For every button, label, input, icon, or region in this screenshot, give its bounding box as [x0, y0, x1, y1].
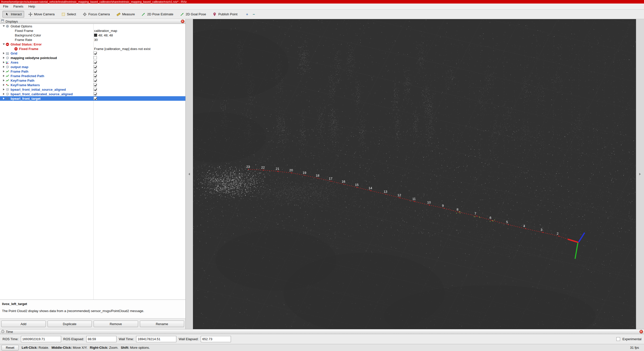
- tool-2d-pose-estimate[interactable]: 2D Pose Estimate: [139, 11, 176, 18]
- mouse-hints: Left-Click: Rotate. Middle-Click: Move X…: [22, 346, 151, 349]
- row-label: Global Status: Error: [11, 42, 42, 46]
- visibility-checkbox[interactable]: [94, 83, 97, 86]
- menu-panels[interactable]: Panels: [11, 4, 26, 9]
- expand-toggle-icon[interactable]: [2, 97, 6, 99]
- add-display-button[interactable]: Add: [1, 321, 46, 327]
- hint-action: Zoom.: [108, 346, 119, 349]
- tree-row-global-status-error[interactable]: Global Status: Error: [0, 42, 185, 46]
- tool-label: Move Camera: [34, 12, 55, 16]
- visibility-checkbox[interactable]: [94, 79, 97, 82]
- tree-row-frame-rate[interactable]: Frame Rate30: [0, 37, 185, 42]
- row-label: Background Color: [15, 33, 41, 37]
- tree-row-frame-path[interactable]: Frame Path: [0, 69, 185, 74]
- expand-toggle-icon[interactable]: [2, 52, 6, 54]
- description-body: The Point Cloud2 display shows data from…: [2, 309, 183, 313]
- expand-toggle-icon[interactable]: [2, 57, 6, 59]
- menu-help[interactable]: Help: [26, 4, 38, 9]
- expand-toggle-icon[interactable]: [2, 93, 6, 95]
- time-panel-header[interactable]: Time: [0, 329, 644, 334]
- duplicate-display-button[interactable]: Duplicate: [48, 321, 92, 327]
- window-title: /home/ismet/projects/autoware.tutorial_v…: [1, 0, 187, 3]
- tree-row-output-map[interactable]: output map: [0, 65, 185, 69]
- error-icon: [6, 42, 10, 46]
- path-icon: [6, 79, 10, 82]
- visibility-checkbox[interactable]: [94, 52, 97, 55]
- expand-toggle-icon[interactable]: [2, 43, 6, 45]
- expand-toggle-icon[interactable]: [2, 88, 6, 90]
- path-icon: [6, 70, 10, 73]
- tool-label: 2D Goal Pose: [186, 12, 206, 16]
- visibility-checkbox[interactable]: [94, 88, 97, 91]
- remove-display-button[interactable]: Remove: [94, 321, 138, 327]
- tool-label: 2D Pose Estimate: [147, 12, 173, 16]
- tool-2d-goal-pose[interactable]: 2D Goal Pose: [177, 11, 209, 18]
- row-label: bpearl_front_calibrated_source_aligned: [11, 92, 73, 96]
- tool-interact[interactable]: Interact: [3, 11, 24, 18]
- displays-panel-header[interactable]: Displays: [0, 19, 185, 24]
- row-label: bpearl_front_initial_source_aligned: [11, 88, 66, 91]
- tree-row-fixed-frame[interactable]: Fixed FrameFrame [calibration_map] does …: [0, 46, 185, 51]
- visibility-checkbox[interactable]: [94, 61, 97, 64]
- reset-button[interactable]: Reset: [2, 345, 19, 350]
- path-icon: [6, 74, 10, 78]
- menu-file[interactable]: File: [1, 4, 11, 9]
- ros-elapsed-label: ROS Elapsed:: [63, 337, 84, 341]
- collapse-left-icon[interactable]: [188, 173, 190, 175]
- description-title: livox_left_target: [2, 302, 183, 306]
- expand-toggle-icon[interactable]: [2, 66, 6, 68]
- splitter-left[interactable]: [186, 19, 193, 329]
- expand-toggle-icon[interactable]: [2, 25, 6, 27]
- status-bar: Reset Left-Click: Rotate. Middle-Click: …: [0, 344, 644, 351]
- expand-toggle-icon[interactable]: [2, 61, 6, 63]
- expand-toggle-icon[interactable]: [2, 79, 6, 81]
- expand-toggle-icon[interactable]: [2, 75, 6, 77]
- remove-tool-button[interactable]: −: [251, 11, 257, 18]
- close-icon[interactable]: [181, 20, 184, 23]
- wall-elapsed-input[interactable]: [201, 336, 231, 342]
- tool-select[interactable]: Select: [59, 11, 78, 18]
- tree-row-grid[interactable]: Grid: [0, 51, 185, 56]
- ros-elapsed-input[interactable]: [86, 336, 116, 342]
- visibility-checkbox[interactable]: [94, 92, 97, 95]
- tree-row-mapping-velodyne-pointcloud[interactable]: mapping velodyne pointcloud: [0, 56, 185, 60]
- tree-row-keyframe-path[interactable]: KeyFrame Path: [0, 78, 185, 83]
- tree-row-background-color[interactable]: Background Color48; 48; 48: [0, 33, 185, 37]
- row-label: Fixed Frame: [15, 29, 33, 33]
- publish-point-icon: [213, 12, 217, 16]
- select-icon: [61, 12, 65, 16]
- global-options-icon: [6, 24, 10, 28]
- tree-row-bpearl-front-target[interactable]: bpearl_front_target: [0, 96, 185, 101]
- hint-key: Middle-Click:: [52, 346, 72, 349]
- pointcloud-icon: [6, 56, 10, 60]
- tree-row-bpearl-front-initial-source-aligned[interactable]: bpearl_front_initial_source_aligned: [0, 87, 185, 92]
- visibility-checkbox[interactable]: [94, 74, 97, 77]
- pointcloud-canvas[interactable]: [193, 19, 636, 329]
- close-icon[interactable]: [639, 330, 643, 333]
- experimental-checkbox[interactable]: [616, 337, 620, 341]
- rename-display-button[interactable]: Rename: [140, 321, 184, 327]
- visibility-checkbox[interactable]: [94, 70, 97, 73]
- 3d-viewport[interactable]: [193, 19, 636, 329]
- splitter-right[interactable]: [636, 19, 644, 329]
- tree-row-frame-predicted-path[interactable]: Frame Predicted Path: [0, 74, 185, 78]
- tree-row-global-options[interactable]: Global Options: [0, 24, 185, 28]
- add-tool-button[interactable]: +: [245, 11, 250, 18]
- tool-move-camera[interactable]: Move Camera: [26, 11, 57, 18]
- tool-focus-camera[interactable]: Focus Camera: [80, 11, 112, 18]
- interact-cursor-icon: [5, 12, 9, 16]
- titlebar[interactable]: /home/ismet/projects/autoware.tutorial_v…: [0, 0, 644, 4]
- visibility-checkbox[interactable]: [94, 97, 97, 100]
- ros-time-input[interactable]: [21, 336, 61, 342]
- tree-row-bpearl-front-calibrated-source-aligned[interactable]: bpearl_front_calibrated_source_aligned: [0, 92, 185, 96]
- wall-time-input[interactable]: [136, 336, 176, 342]
- tool-publish-point[interactable]: Publish Point: [210, 11, 240, 18]
- collapse-right-icon[interactable]: [639, 173, 641, 175]
- tool-measure[interactable]: Measure: [114, 11, 137, 18]
- expand-toggle-icon[interactable]: [2, 70, 6, 72]
- tree-row-keyframe-markers[interactable]: KeyFrame Markers: [0, 83, 185, 87]
- tree-row-axes[interactable]: Axes: [0, 60, 185, 65]
- visibility-checkbox[interactable]: [94, 65, 97, 68]
- tree-row-fixed-frame[interactable]: Fixed Framecalibration_map: [0, 28, 185, 33]
- expand-toggle-icon[interactable]: [2, 84, 6, 86]
- visibility-checkbox[interactable]: [94, 56, 97, 59]
